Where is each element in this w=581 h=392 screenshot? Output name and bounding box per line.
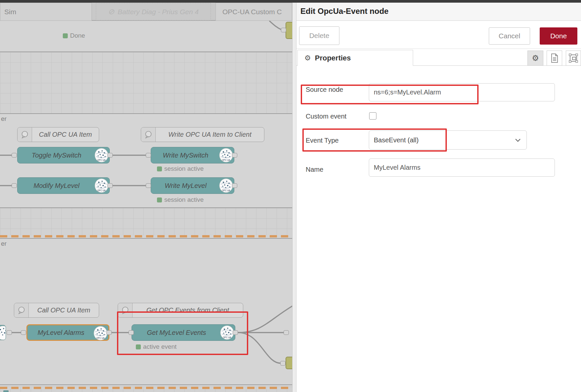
- comment-label: Get OPC Events from Client: [133, 303, 243, 317]
- event-type-value: BaseEvent (all): [374, 136, 419, 144]
- window-top-strip: [0, 0, 581, 3]
- node-port[interactable]: [232, 183, 237, 188]
- comment-label: Call OPC UA Item: [32, 127, 99, 142]
- node-port[interactable]: [7, 330, 12, 335]
- description-tab-button[interactable]: [547, 51, 562, 66]
- edit-panel-header: Edit OpcUa-Event node: [296, 3, 581, 21]
- node-port[interactable]: [280, 361, 286, 366]
- comment-bubble-icon: [14, 303, 29, 317]
- opcua-node-write-myswitch[interactable]: Write MySwitch OPC UA: [151, 147, 234, 163]
- panel-title: Edit OpcUa-Event node: [300, 7, 389, 16]
- svg-text:OPC UA: OPC UA: [223, 336, 232, 339]
- event-type-label: Event Type: [306, 137, 339, 144]
- opcua-badge-icon: OPC UA: [219, 178, 233, 193]
- wire[interactable]: [270, 21, 282, 30]
- opcua-node-toggle-myswitch[interactable]: Toggle MySwitch OPC UA: [17, 147, 110, 163]
- node-port[interactable]: [12, 153, 17, 158]
- opcua-node-get-mylevel-events[interactable]: Get MyLevel Events OPC UA: [132, 324, 235, 341]
- svg-text:OPC UA: OPC UA: [222, 189, 231, 192]
- status-text: session active: [164, 165, 204, 172]
- tab-sim-label: Sim: [4, 8, 16, 16]
- opcua-node-modify-mylevel[interactable]: Modify MyLevel OPC UA: [17, 177, 110, 194]
- source-node-label: Source node: [306, 86, 343, 93]
- tab-properties-label: Properties: [315, 54, 351, 62]
- event-type-select[interactable]: BaseEvent (all): [369, 130, 527, 150]
- wire[interactable]: [238, 306, 292, 333]
- link-node-stub[interactable]: [286, 357, 292, 369]
- comment-bubble-icon: [141, 127, 156, 142]
- cancel-button-label: Cancel: [499, 32, 520, 40]
- status-text: Done: [70, 32, 85, 39]
- edit-panel: Edit OpcUa-Event node Delete Cancel Done…: [296, 3, 581, 392]
- tab-opcua-custom[interactable]: OPC-UA Custom C: [215, 3, 292, 21]
- node-status-session-active: session active: [157, 165, 204, 172]
- node-label: Toggle MySwitch: [20, 147, 93, 163]
- cancel-button[interactable]: Cancel: [489, 27, 530, 45]
- tab-battery-diag-label: Battery Diag - Prius Gen 4: [118, 8, 199, 16]
- appearance-icon: [569, 53, 578, 63]
- custom-event-checkbox[interactable]: [369, 112, 376, 120]
- node-port[interactable]: [107, 183, 113, 188]
- node-port[interactable]: [146, 183, 151, 188]
- node-port[interactable]: [106, 330, 112, 335]
- comment-node[interactable]: Call OPC UA Item: [14, 303, 99, 318]
- wire[interactable]: [238, 333, 281, 363]
- comment-bubble-icon: [118, 303, 133, 317]
- opcua-node-mylevel-alarms[interactable]: MyLevel Alarms OPC UA: [26, 324, 109, 341]
- delete-button-label: Delete: [309, 32, 329, 40]
- name-input[interactable]: [369, 159, 555, 177]
- name-label: Name: [306, 166, 323, 173]
- comment-node[interactable]: Get OPC Events from Client: [118, 303, 243, 318]
- node-label: Get MyLevel Events: [135, 325, 218, 340]
- node-port[interactable]: [107, 153, 113, 158]
- opcua-badge-icon: [0, 326, 6, 340]
- opcua-badge-icon: OPC UA: [219, 148, 233, 162]
- opcua-node-cutoff[interactable]: [0, 325, 6, 340]
- properties-tab-button[interactable]: ⚙: [527, 51, 543, 66]
- node-status-session-active: session active: [157, 196, 204, 203]
- source-node-input[interactable]: [369, 83, 555, 101]
- comment-node[interactable]: Call OPC UA Item: [17, 127, 99, 142]
- node-label: Write MySwitch: [154, 147, 217, 163]
- status-dot: [136, 344, 141, 349]
- node-label: Modify MyLevel: [20, 178, 93, 194]
- node-port[interactable]: [21, 330, 26, 335]
- opcua-badge-icon: OPC UA: [93, 326, 108, 340]
- node-port[interactable]: [232, 153, 237, 158]
- comment-label: Write OPC UA Item to Client: [156, 127, 264, 142]
- node-port[interactable]: [233, 330, 238, 335]
- node-port[interactable]: [284, 330, 289, 335]
- svg-text:OPC UA: OPC UA: [97, 337, 105, 339]
- tab-properties[interactable]: ⚙ Properties: [297, 50, 413, 66]
- status-dot: [157, 166, 162, 171]
- opcua-badge-icon: OPC UA: [94, 148, 109, 162]
- node-port[interactable]: [146, 153, 151, 158]
- comment-node[interactable]: Write OPC UA Item to Client: [141, 127, 264, 142]
- node-status-done: Done: [63, 32, 85, 39]
- delete-button[interactable]: Delete: [299, 26, 339, 45]
- flow-workspace[interactable]: er er Done: [0, 21, 292, 392]
- status-text: active event: [143, 343, 176, 350]
- node-label: MyLevel Alarms: [30, 325, 92, 340]
- link-node-stub[interactable]: [286, 22, 292, 39]
- done-button-label: Done: [550, 32, 567, 40]
- appearance-tab-button[interactable]: [566, 51, 581, 66]
- chevron-down-icon: [515, 139, 521, 142]
- panel-resize-handle[interactable]: [292, 3, 296, 392]
- tab-sim[interactable]: Sim: [0, 3, 92, 21]
- node-status-active-event: active event: [136, 343, 176, 350]
- custom-event-label: Custom event: [306, 113, 346, 120]
- node-port[interactable]: [281, 28, 286, 32]
- node-port[interactable]: [129, 330, 134, 335]
- node-port[interactable]: [12, 183, 17, 188]
- comment-bubble-icon: [18, 127, 32, 142]
- opcua-node-write-mylevel[interactable]: Write MyLevel OPC UA: [151, 177, 234, 194]
- divider: [296, 49, 581, 49]
- status-dot: [63, 33, 68, 38]
- done-button[interactable]: Done: [540, 27, 577, 45]
- tab-battery-diag[interactable]: ⊘ Battery Diag - Prius Gen 4: [96, 3, 211, 20]
- node-label: Write MyLevel: [154, 178, 217, 194]
- tab-opcua-custom-label: OPC-UA Custom C: [222, 8, 282, 16]
- document-icon: [551, 53, 559, 63]
- gear-icon: ⚙: [532, 53, 539, 63]
